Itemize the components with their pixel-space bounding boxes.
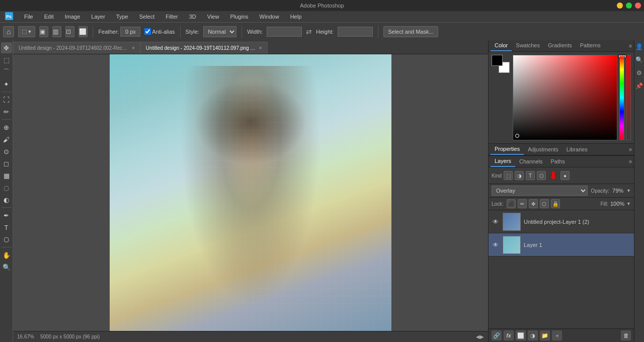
right-icon-pin[interactable]: 📌 xyxy=(635,81,644,91)
swatches-tab[interactable]: Swatches xyxy=(512,40,544,51)
tool-mode-btn4[interactable]: ⬜ xyxy=(78,26,88,37)
color-panel-collapse[interactable]: ≡ xyxy=(629,43,632,49)
home-button[interactable]: ⌂ xyxy=(3,26,14,37)
style-select[interactable]: Normal xyxy=(203,26,236,37)
select-mask-button[interactable]: Select and Mask... xyxy=(383,26,438,37)
right-icon-profile[interactable]: 👤 xyxy=(635,42,644,51)
close-button[interactable] xyxy=(635,3,641,9)
tab-0-close[interactable]: × xyxy=(132,45,135,51)
layers-tab-btn[interactable]: Layers xyxy=(491,156,515,167)
tool-mode-btn3[interactable]: ⊡ xyxy=(65,26,74,37)
adjustments-tab[interactable]: Adjustments xyxy=(524,144,562,154)
libraries-tab[interactable]: Libraries xyxy=(562,144,592,154)
color-tab[interactable]: Color xyxy=(491,40,512,51)
filter-text-btn[interactable]: T xyxy=(526,171,535,180)
layer-item-1[interactable]: 👁 Layer 1 xyxy=(489,233,634,256)
add-mask-button[interactable]: ⬜ xyxy=(516,330,526,340)
menu-plugins[interactable]: Plugins xyxy=(228,13,250,21)
fill-value[interactable]: 100% xyxy=(610,201,624,207)
properties-tab[interactable]: Properties xyxy=(491,144,524,155)
menu-ps[interactable]: Ps xyxy=(3,11,15,22)
height-input[interactable] xyxy=(338,27,373,37)
width-input[interactable] xyxy=(267,27,302,37)
right-icon-search[interactable]: 🔍 xyxy=(635,55,644,64)
layer-effects-button[interactable]: fx xyxy=(504,330,514,340)
marquee-rect-tool[interactable]: ⬚ xyxy=(1,54,12,65)
tab-1[interactable]: Untitled design - 2024-09-19T140112.097.… xyxy=(140,42,268,54)
menu-filter[interactable]: Filter xyxy=(164,13,180,21)
anti-alias-checkbox[interactable] xyxy=(144,28,151,35)
menu-image[interactable]: Image xyxy=(63,13,83,21)
tool-mode-btn2[interactable]: ▥ xyxy=(52,26,61,37)
feather-input[interactable] xyxy=(120,27,140,37)
menu-help[interactable]: Help xyxy=(288,13,304,21)
dodge-tool[interactable]: ◐ xyxy=(1,194,12,205)
patterns-tab[interactable]: Patterns xyxy=(576,40,605,51)
stamp-tool[interactable]: ⊙ xyxy=(1,146,12,157)
channels-tab-btn[interactable]: Channels xyxy=(515,156,546,166)
menu-select[interactable]: Select xyxy=(137,13,157,21)
layer-0-visibility[interactable]: 👁 xyxy=(492,218,500,226)
lock-position-btn[interactable]: ✥ xyxy=(529,199,538,208)
lock-draw-btn[interactable]: ✏ xyxy=(518,199,527,208)
menu-layer[interactable]: Layer xyxy=(89,13,107,21)
app-title: Adobe Photoshop xyxy=(300,3,344,9)
color-saturation-brightness-picker[interactable] xyxy=(513,55,617,140)
move-tool[interactable]: ✥ xyxy=(1,42,12,53)
layers-panel-collapse[interactable]: ≡ xyxy=(629,159,632,164)
text-tool[interactable]: T xyxy=(1,222,12,233)
layer-1-visibility[interactable]: 👁 xyxy=(492,241,500,249)
paths-tab-btn[interactable]: Paths xyxy=(547,156,569,166)
marquee-options[interactable]: ⬚ ▼ xyxy=(18,26,35,37)
filter-shape-btn[interactable]: ⬡ xyxy=(537,171,546,180)
anti-alias-label: Anti-alias xyxy=(152,29,175,35)
alpha-strip[interactable] xyxy=(626,55,631,140)
opacity-value[interactable]: 79% xyxy=(612,188,623,194)
gradient-tool[interactable]: ▦ xyxy=(1,170,12,181)
menu-view[interactable]: View xyxy=(205,13,221,21)
hue-strip[interactable] xyxy=(619,55,624,140)
pen-tool[interactable]: ✒ xyxy=(1,210,12,221)
menu-file[interactable]: File xyxy=(22,13,35,21)
properties-panel-collapse[interactable]: ≡ xyxy=(629,147,632,152)
minimize-button[interactable] xyxy=(617,3,623,9)
lasso-tool[interactable]: ⌒ xyxy=(1,66,12,77)
tab-1-close[interactable]: × xyxy=(259,45,262,51)
link-layers-button[interactable]: 🔗 xyxy=(492,330,502,340)
maximize-button[interactable] xyxy=(626,3,632,9)
zoom-tool[interactable]: 🔍 xyxy=(1,262,12,273)
foreground-color-swatch[interactable] xyxy=(492,55,503,66)
width-swap-btn[interactable]: ⇄ xyxy=(306,28,312,36)
eraser-tool[interactable]: ◻ xyxy=(1,158,12,169)
lock-artboard-btn[interactable]: ⬡ xyxy=(540,199,549,208)
blend-mode-select[interactable]: Overlay xyxy=(492,186,588,196)
tab-0[interactable]: Untitled design - 2024-09-19T124602.002-… xyxy=(13,42,140,54)
gradients-tab[interactable]: Gradients xyxy=(544,40,576,51)
filter-adj-btn[interactable]: ◑ xyxy=(515,171,524,180)
magic-wand-tool[interactable]: ✦ xyxy=(1,78,12,90)
tool-mode-btn1[interactable]: ▣ xyxy=(39,26,48,37)
add-group-button[interactable]: 📁 xyxy=(540,330,550,340)
brush-tool[interactable]: 🖌 xyxy=(1,134,12,145)
layer-item-0[interactable]: 👁 Untitled project-Layer 1 (2) xyxy=(489,210,634,233)
lock-all-btn[interactable]: 🔒 xyxy=(551,199,560,208)
menu-edit[interactable]: Edit xyxy=(42,13,56,21)
fg-bg-swatches[interactable] xyxy=(492,55,510,73)
lock-checkerboard-btn[interactable]: ⬛ xyxy=(507,199,516,208)
filter-type-btn[interactable]: ⬚ xyxy=(504,171,513,180)
crop-tool[interactable]: ⛶ xyxy=(1,94,12,105)
new-layer-button[interactable]: ＋ xyxy=(552,330,562,340)
add-adjustment-button[interactable]: ◑ xyxy=(528,330,538,340)
blur-tool[interactable]: ◌ xyxy=(1,182,12,193)
menu-type[interactable]: Type xyxy=(114,13,130,21)
hand-tool[interactable]: ✋ xyxy=(1,249,12,261)
filter-smart-btn[interactable]: ● xyxy=(560,171,570,180)
heal-tool[interactable]: ⊕ xyxy=(1,122,12,133)
canvas-viewport[interactable] xyxy=(13,54,488,331)
menu-window[interactable]: Window xyxy=(258,13,281,21)
menu-3d[interactable]: 3D xyxy=(187,13,198,21)
eyedropper-tool[interactable]: ✏ xyxy=(1,106,12,117)
delete-layer-button[interactable]: 🗑 xyxy=(621,330,631,340)
right-icon-settings[interactable]: ⚙ xyxy=(635,68,644,77)
shape-tool[interactable]: ⬡ xyxy=(1,234,12,245)
